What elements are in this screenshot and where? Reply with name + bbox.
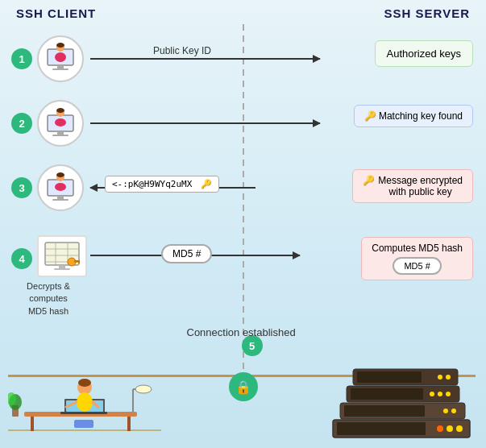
server-box-step2: 🔑 Matching key found — [354, 105, 473, 127]
key-icon-step2: 🔑 — [364, 110, 376, 122]
step-badge-2: 2 — [11, 113, 32, 134]
svg-rect-28 — [54, 268, 70, 270]
svg-rect-26 — [78, 260, 80, 263]
server-box-step1: Authorized keys — [375, 40, 474, 67]
svg-point-47 — [135, 385, 152, 393]
encrypted-text: <-:pK@H9WYq2uMX — [112, 179, 192, 189]
svg-point-59 — [451, 409, 456, 413]
arrow-step2 — [90, 122, 320, 124]
person-circle-2 — [37, 100, 84, 147]
lock-circle: 🔒 — [229, 372, 258, 401]
svg-point-64 — [447, 425, 453, 432]
svg-rect-58 — [344, 405, 425, 417]
svg-point-60 — [443, 409, 448, 413]
svg-rect-14 — [52, 199, 69, 201]
person-desk — [8, 365, 161, 442]
svg-point-39 — [77, 392, 93, 412]
encrypted-box: <-:pK@H9WYq2uMX 🔑 — [105, 176, 219, 193]
key-icon-step3b: 🔑 — [363, 175, 375, 186]
ssh-client-header: SSH CLIENT — [16, 6, 96, 20]
ssh-server-header: SSH SERVER — [384, 6, 470, 20]
svg-point-50 — [446, 375, 451, 380]
step-badge-1: 1 — [11, 48, 32, 69]
server-box-step4: Computes MD5 hash MD5 # — [361, 237, 473, 280]
person-circle-1 — [37, 35, 84, 82]
svg-rect-62 — [337, 422, 426, 435]
svg-point-54 — [446, 392, 451, 396]
arrow-label-step1: Public Key ID — [153, 45, 211, 56]
step-badge-3: 3 — [11, 177, 32, 198]
svg-rect-49 — [357, 371, 422, 383]
svg-point-65 — [437, 425, 443, 432]
svg-point-38 — [78, 379, 91, 387]
svg-point-16 — [55, 183, 66, 191]
ssh-diagram: SSH CLIENT SSH SERVER 1 Public Key ID Au… — [0, 0, 486, 448]
server-box-step3: 🔑 Message encryptedwith public key — [352, 169, 473, 203]
server-label-step4: Computes MD5 hash — [372, 243, 463, 254]
svg-point-10 — [55, 118, 66, 127]
svg-point-56 — [430, 392, 434, 396]
arrow-step1 — [90, 58, 320, 60]
svg-rect-27 — [59, 265, 65, 268]
server-stack — [329, 365, 478, 442]
svg-rect-13 — [57, 196, 64, 199]
server-label-step3: Message encryptedwith public key — [378, 175, 463, 197]
step-badge-4: 4 — [11, 248, 32, 269]
md5-oval-arrow: MD5 # — [161, 244, 212, 263]
connection-label: Connection established — [187, 326, 296, 338]
svg-point-51 — [438, 375, 442, 380]
server-label-step2: Matching key found — [379, 110, 463, 122]
computer-box-step4 — [37, 235, 87, 277]
key-icon-step3: 🔑 — [201, 179, 212, 189]
svg-rect-35 — [60, 412, 107, 414]
person-circle-3 — [37, 164, 84, 211]
svg-rect-36 — [74, 420, 93, 428]
step4-client-label: Decrypts & computesMD5 hash — [8, 280, 89, 317]
svg-rect-31 — [31, 417, 34, 431]
svg-rect-7 — [57, 131, 64, 135]
svg-point-63 — [456, 425, 463, 432]
svg-point-4 — [55, 52, 66, 62]
svg-point-55 — [438, 392, 442, 396]
svg-point-11 — [56, 108, 64, 113]
svg-rect-1 — [57, 65, 64, 68]
md5-oval-server: MD5 # — [393, 257, 441, 275]
svg-rect-8 — [52, 135, 69, 136]
svg-rect-53 — [351, 388, 423, 400]
svg-point-5 — [56, 43, 64, 48]
svg-rect-32 — [127, 417, 131, 431]
svg-point-17 — [56, 172, 64, 177]
svg-rect-2 — [52, 68, 69, 70]
